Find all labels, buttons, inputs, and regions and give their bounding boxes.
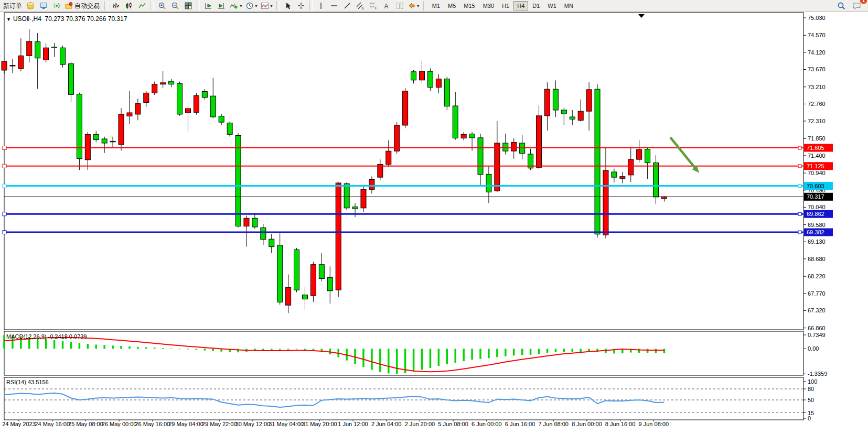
candle <box>27 41 32 56</box>
macd-hist-bar <box>162 348 164 349</box>
tf-h4-button[interactable]: H4 <box>513 1 528 10</box>
crosshair-button[interactable] <box>295 1 307 11</box>
candle <box>252 218 258 227</box>
candle <box>511 143 517 151</box>
channel-icon: E <box>356 2 365 10</box>
macd-hist-bar <box>505 349 507 356</box>
macd-hist-bar <box>145 348 147 349</box>
line-handle[interactable] <box>798 185 801 188</box>
chat-button[interactable]: 1 <box>851 1 863 11</box>
macd-hist-bar <box>396 349 398 374</box>
macd-hist-bar <box>471 349 473 360</box>
line-handle[interactable] <box>3 184 6 188</box>
cursor-button[interactable] <box>282 1 294 11</box>
market-watch-button[interactable] <box>37 1 50 11</box>
tf-m1-button[interactable]: M1 <box>428 1 444 10</box>
rsi-panel[interactable] <box>4 377 803 420</box>
toolbar-separator <box>423 1 426 10</box>
svg-text:25 May 08:00: 25 May 08:00 <box>68 421 103 427</box>
macd-hist-bar <box>53 340 56 349</box>
search-icon <box>837 2 846 10</box>
tf-m30-button[interactable]: M30 <box>479 1 498 10</box>
chevron-down-icon: ▼ <box>254 4 258 8</box>
text-label-button[interactable]: T <box>393 1 406 11</box>
macd-hist-bar <box>555 349 557 352</box>
macd-hist-bar <box>496 349 498 357</box>
text-button[interactable]: A <box>380 1 393 11</box>
macd-hist-bar <box>371 349 373 370</box>
svg-text:30 May 12:00: 30 May 12:00 <box>235 421 271 427</box>
bar-chart-button[interactable] <box>110 1 122 11</box>
equidistant-channel-button[interactable]: E <box>354 1 367 11</box>
line-handle[interactable] <box>3 164 6 168</box>
line-chart-button[interactable] <box>136 1 148 11</box>
macd-hist-bar <box>580 349 582 352</box>
candle <box>369 180 374 190</box>
line-handle[interactable] <box>798 165 801 168</box>
svg-text:100: 100 <box>808 378 817 385</box>
main-panel[interactable] <box>4 13 803 330</box>
crosshair-icon <box>297 2 305 10</box>
auto-scroll-button[interactable] <box>202 1 215 11</box>
fibonacci-button[interactable]: F <box>367 1 380 11</box>
zoom-out-button[interactable] <box>169 1 181 11</box>
macd-hist-bar <box>538 349 540 354</box>
macd-hist-bar <box>354 349 356 364</box>
line-handle[interactable] <box>3 212 6 216</box>
signal-button[interactable] <box>50 1 63 11</box>
svg-text:72.760: 72.760 <box>808 101 826 107</box>
line-handle[interactable] <box>3 146 6 150</box>
coins-button[interactable] <box>24 1 37 11</box>
line-handle[interactable] <box>3 231 6 234</box>
time-axis[interactable]: 24 May 202324 May 16:0025 May 08:0026 Ma… <box>2 420 669 427</box>
candle <box>394 125 400 151</box>
toolbar-separator <box>197 1 200 10</box>
svg-text:69.130: 69.130 <box>808 238 826 245</box>
macd-hist-bar <box>563 349 565 352</box>
fibo-letter: F <box>375 6 377 10</box>
periods-button[interactable]: ▼ <box>244 1 259 11</box>
chart-canvas[interactable]: 75.03074.57074.12073.67073.21072.76072.3… <box>0 12 868 434</box>
candlestick-icon <box>125 2 133 10</box>
macd-hist-bar <box>546 349 549 353</box>
candle <box>453 106 458 138</box>
svg-text:68.680: 68.680 <box>808 256 826 262</box>
candle <box>35 42 40 58</box>
arrows-button[interactable]: ▼ <box>406 1 421 11</box>
tf-w1-button[interactable]: W1 <box>544 1 560 10</box>
svg-text:80: 80 <box>808 386 814 392</box>
templates-button[interactable]: ▼ <box>260 1 274 11</box>
search-button[interactable] <box>835 1 848 11</box>
tf-d1-button[interactable]: D1 <box>529 1 543 10</box>
line-handle[interactable] <box>798 146 801 149</box>
tf-mn-button[interactable]: MN <box>561 1 577 10</box>
fibonacci-icon: F <box>369 2 378 10</box>
tf-m15-button[interactable]: M15 <box>460 1 478 10</box>
tf-m5-button[interactable]: M5 <box>444 1 459 10</box>
macd-hist-bar <box>530 349 532 354</box>
toolbar: 新订单 自动交易 <box>0 0 868 12</box>
macd-hist-bar <box>430 349 432 368</box>
macd-hist-bar <box>95 345 97 349</box>
autotrading-button[interactable]: 自动交易 <box>63 1 102 11</box>
svg-text:0: 0 <box>808 415 811 421</box>
new-order-button[interactable]: 新订单 <box>2 1 24 11</box>
macd-panel[interactable] <box>4 331 803 375</box>
tile-windows-button[interactable] <box>182 1 195 11</box>
bar-chart-icon <box>112 2 120 10</box>
tf-h1-button[interactable]: H1 <box>498 1 513 10</box>
candle <box>286 287 291 305</box>
candle <box>444 79 449 106</box>
line-handle[interactable] <box>798 212 801 215</box>
candle <box>135 104 141 114</box>
vertical-line-button[interactable] <box>315 1 327 11</box>
chart-shift-button[interactable] <box>215 1 228 11</box>
indicators-button[interactable]: ▼ <box>228 1 244 11</box>
price-axis[interactable]: 75.03074.57074.12073.67073.21072.76072.3… <box>803 15 826 331</box>
trendline-button[interactable] <box>341 1 353 11</box>
candlestick-button[interactable] <box>123 1 135 11</box>
line-handle[interactable] <box>798 231 801 234</box>
zoom-in-button[interactable] <box>156 1 168 11</box>
candle <box>93 134 99 139</box>
horizontal-line-button[interactable] <box>328 1 340 11</box>
